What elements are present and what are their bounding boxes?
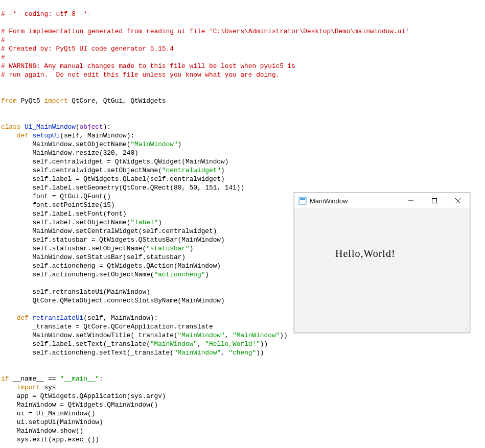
app-icon [298, 197, 307, 205]
svg-point-9 [463, 330, 464, 331]
svg-point-6 [467, 326, 468, 327]
svg-point-11 [467, 330, 468, 331]
hello-label: Hello,World! [335, 249, 396, 258]
svg-rect-1 [300, 198, 305, 200]
kw-def: def [17, 132, 29, 139]
central-widget: Hello,World! [294, 208, 470, 333]
comment-line: # Form implementation generated from rea… [1, 28, 409, 35]
comment-line: # -*- coding: utf-8 -*- [1, 10, 91, 18]
titlebar[interactable]: MainWindow [294, 193, 470, 208]
svg-point-10 [465, 330, 466, 331]
close-button[interactable] [446, 193, 470, 208]
kw-def: def [17, 314, 29, 322]
fn-retranslateui: retranslateUi [29, 314, 84, 322]
window-title: MainWindow [310, 197, 399, 205]
kw-import: import [17, 384, 40, 391]
comment-line: # Created by: PyQt5 UI code generator 5.… [1, 45, 174, 53]
resize-grip-icon[interactable] [461, 324, 469, 332]
svg-point-7 [465, 328, 466, 329]
comment-line: # [1, 36, 5, 44]
kw-from: from [1, 97, 17, 105]
maximize-button[interactable] [423, 193, 446, 208]
minimize-button[interactable] [399, 193, 423, 208]
comment-line: # run again. Do not edit this file unles… [1, 71, 280, 79]
svg-point-8 [467, 328, 468, 329]
kw-import: import [44, 97, 67, 105]
comment-line: # [1, 54, 5, 61]
pyqt-mainwindow[interactable]: MainWindow Hello,World! [294, 193, 470, 333]
kw-if: if [1, 375, 9, 383]
kw-class: class [1, 123, 20, 131]
comment-line: # WARNING: Any manual changes made to th… [1, 62, 295, 70]
svg-rect-3 [432, 199, 437, 203]
class-name: Ui_MainWindow [20, 123, 76, 131]
fn-setupui: setupUi [29, 132, 60, 139]
